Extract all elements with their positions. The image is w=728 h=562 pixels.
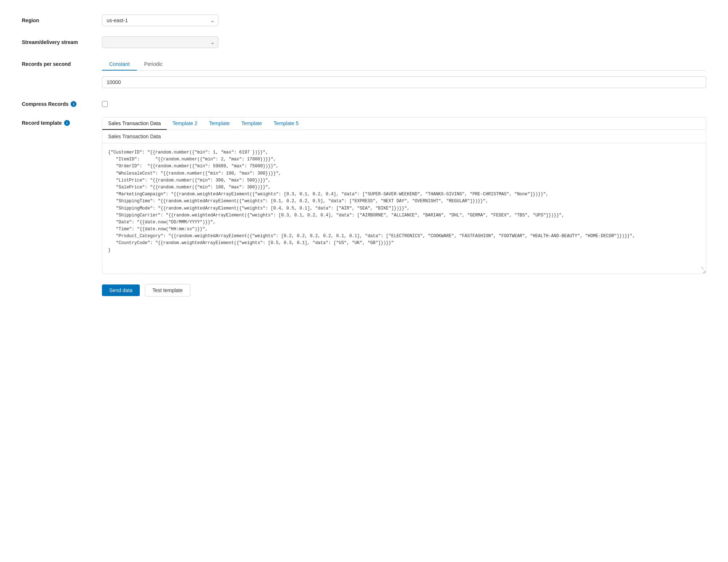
stream-label: Stream/delivery stream (22, 36, 102, 45)
record-template-label-text: Record template (22, 120, 62, 126)
buttons-row: Send data Test template (22, 284, 706, 296)
template-outer-wrapper: Sales Transaction Data Template 2 Templa… (102, 117, 706, 274)
compress-records-row: Compress Records i (22, 98, 706, 107)
compress-records-checkbox[interactable] (102, 101, 108, 107)
compress-records-info-icon[interactable]: i (71, 101, 76, 107)
records-per-second-row: Records per second Constant Periodic (22, 58, 706, 88)
region-row: Region us-east-1 us-east-2 us-west-1 us-… (22, 15, 706, 26)
record-template-info-icon[interactable]: i (64, 120, 70, 126)
compress-records-control (102, 98, 706, 107)
region-label: Region (22, 15, 102, 23)
records-per-second-control: Constant Periodic (102, 58, 706, 88)
stream-label-text: Stream/delivery stream (22, 39, 78, 45)
compress-records-checkbox-wrapper (102, 98, 706, 107)
tab-sales-transaction-data[interactable]: Sales Transaction Data (102, 117, 167, 130)
buttons-control: Send data Test template (102, 284, 706, 296)
region-select-wrapper: us-east-1 us-east-2 us-west-1 us-west-2 … (102, 15, 218, 26)
region-label-text: Region (22, 17, 39, 23)
tab-periodic[interactable]: Periodic (137, 58, 170, 71)
tab-template-3[interactable]: Template (203, 117, 236, 130)
tab-template-2[interactable]: Template 2 (167, 117, 203, 130)
test-template-button[interactable]: Test template (145, 284, 190, 296)
constant-periodic-tab-bar: Constant Periodic (102, 58, 706, 71)
stream-control: ⌄ (102, 36, 706, 48)
tab-template-5[interactable]: Template 5 (268, 117, 304, 130)
region-select[interactable]: us-east-1 us-east-2 us-west-1 us-west-2 (102, 15, 218, 26)
stream-select-wrapper: ⌄ (102, 36, 218, 48)
records-per-second-label-text: Records per second (22, 61, 71, 67)
region-control: us-east-1 us-east-2 us-west-1 us-west-2 … (102, 15, 706, 26)
record-template-row: Record template i Sales Transaction Data… (22, 117, 706, 274)
record-template-label: Record template i (22, 117, 102, 126)
compress-records-label: Compress Records i (22, 98, 102, 107)
record-template-control: Sales Transaction Data Template 2 Templa… (102, 117, 706, 274)
template-content-section: Sales Transaction Data {"CustomerID": "{… (102, 130, 706, 274)
template-name: Sales Transaction Data (108, 133, 161, 139)
template-content-header: Sales Transaction Data (102, 130, 706, 143)
compress-records-label-text: Compress Records (22, 101, 68, 107)
template-body-text[interactable]: {"CustomerID": "{{random.number({"min": … (102, 143, 706, 274)
resize-handle-icon: ⤡ (701, 265, 704, 272)
tab-template-4[interactable]: Template (236, 117, 268, 130)
template-tab-bar: Sales Transaction Data Template 2 Templa… (102, 117, 706, 130)
send-data-button[interactable]: Send data (102, 284, 140, 296)
stream-row: Stream/delivery stream ⌄ (22, 36, 706, 48)
records-per-second-input[interactable] (102, 76, 706, 88)
records-per-second-label: Records per second (22, 58, 102, 67)
tab-constant[interactable]: Constant (102, 58, 137, 71)
stream-select[interactable] (102, 36, 218, 48)
